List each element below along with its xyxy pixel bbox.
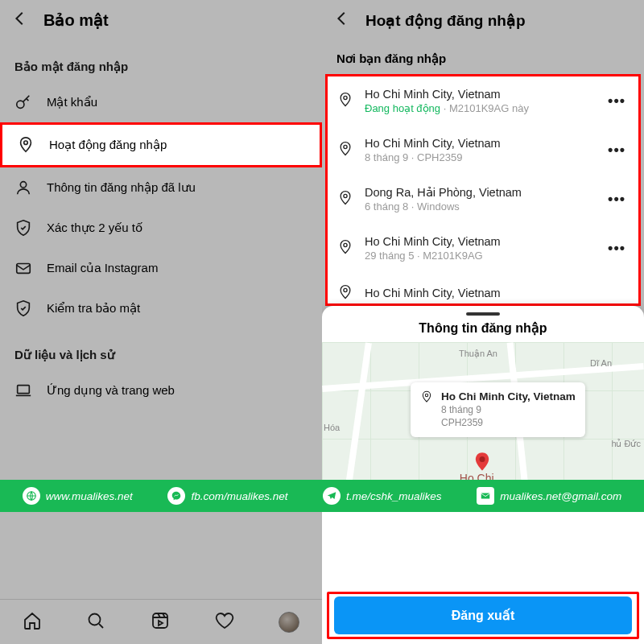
map-info-card: Ho Chi Minh City, Vietnam 8 tháng 9 CPH2… [411, 382, 585, 437]
menu-label: Mật khẩu [47, 95, 97, 109]
svg-point-12 [425, 394, 427, 396]
contact-email[interactable]: mualikes.net@gmail.com [477, 487, 621, 505]
menu-instagram-email[interactable]: Email của Instagram [0, 248, 322, 288]
bottom-nav [0, 599, 322, 644]
envelope-icon [477, 487, 494, 505]
session-meta: 6 tháng 8 · Windows [365, 200, 593, 213]
location-pin-icon [337, 239, 353, 258]
shield-check-icon [14, 219, 32, 237]
menu-password[interactable]: Mật khẩu [0, 82, 322, 122]
contact-facebook[interactable]: fb.com/mualikes.net [167, 487, 287, 505]
menu-label: Email của Instagram [47, 261, 158, 275]
back-arrow-icon[interactable] [333, 10, 351, 31]
home-icon[interactable] [23, 611, 42, 634]
mail-icon [14, 259, 32, 277]
shield-icon [14, 299, 32, 317]
sessions-list: Ho Chi Minh City, Vietnam Đang hoạt động… [325, 74, 641, 306]
map-card-date: 8 tháng 9 [441, 404, 576, 417]
section-data-history: Dữ liệu và lịch sử [0, 328, 322, 370]
contact-telegram[interactable]: t.me/cshk_mualikes [323, 487, 442, 505]
section-login-security: Bảo mật đăng nhập [0, 40, 322, 82]
svg-rect-3 [17, 264, 31, 274]
map-label: Hóa [324, 423, 340, 432]
more-options-icon[interactable]: ••• [605, 93, 629, 109]
session-row[interactable]: Ho Chi Minh City, Vietnam Đang hoạt động… [328, 76, 638, 126]
heart-icon[interactable] [215, 611, 234, 634]
svg-point-11 [344, 288, 347, 291]
svg-point-5 [89, 613, 101, 625]
svg-rect-15 [481, 493, 490, 499]
contact-label: www.mualikes.net [46, 490, 133, 502]
laptop-icon [14, 382, 32, 399]
globe-icon [23, 487, 40, 505]
person-icon [14, 179, 32, 196]
location-pin-icon [337, 141, 353, 160]
session-location: Dong Ra, Hải Phòng, Vietnam [365, 186, 593, 199]
login-activity-header: Hoạt động đăng nhập [322, 0, 644, 40]
svg-point-1 [24, 141, 28, 145]
page-title: Bảo mật [43, 10, 109, 30]
map-label: hủ Đức [611, 439, 641, 449]
session-row[interactable]: Ho Chi Minh City, Vietnam [328, 273, 638, 303]
menu-label: Kiểm tra bảo mật [47, 301, 140, 316]
svg-point-10 [344, 243, 347, 246]
menu-label: Ứng dụng và trang web [47, 383, 175, 398]
more-options-icon[interactable]: ••• [605, 142, 629, 159]
svg-point-13 [480, 456, 485, 462]
login-info-sheet: Thông tin đăng nhập Thuận An Dĩ An Hóa h… [322, 306, 644, 644]
menu-saved-login[interactable]: Thông tin đăng nhập đã lưu [0, 167, 322, 208]
contact-bar: www.mualikes.net fb.com/mualikes.net t.m… [0, 480, 644, 512]
svg-point-8 [344, 145, 347, 148]
security-header: Bảo mật [0, 0, 322, 40]
session-row[interactable]: Ho Chi Minh City, Vietnam 8 tháng 9 · CP… [328, 126, 638, 175]
svg-rect-6 [153, 613, 167, 628]
contact-label: t.me/cshk_mualikes [346, 490, 442, 502]
menu-login-activity[interactable]: Hoạt động đăng nhập [0, 122, 322, 167]
location-pin-icon [337, 284, 353, 303]
where-logged-in-label: Nơi bạn đăng nhập [322, 40, 644, 74]
contact-website[interactable]: www.mualikes.net [23, 487, 133, 505]
location-pin-icon [17, 136, 35, 154]
profile-avatar[interactable] [279, 612, 299, 633]
location-pin-icon [337, 92, 353, 111]
contact-label: fb.com/mualikes.net [191, 490, 287, 502]
location-pin-icon [420, 390, 433, 407]
session-location: Ho Chi Minh City, Vietnam [365, 88, 593, 101]
sheet-drag-handle[interactable] [466, 312, 500, 316]
menu-label: Thông tin đăng nhập đã lưu [47, 180, 196, 195]
more-options-icon[interactable]: ••• [605, 191, 629, 208]
contact-label: mualikes.net@gmail.com [500, 490, 621, 502]
session-location: Ho Chi Minh City, Vietnam [365, 287, 629, 299]
menu-two-factor[interactable]: Xác thực 2 yếu tố [0, 208, 322, 248]
map-preview[interactable]: Thuận An Dĩ An Hóa hủ Đức Ho Chi Minh Ci… [322, 342, 644, 503]
session-location: Ho Chi Minh City, Vietnam [365, 235, 593, 248]
search-icon[interactable] [86, 611, 105, 634]
back-arrow-icon[interactable] [11, 10, 29, 31]
menu-security-check[interactable]: Kiểm tra bảo mật [0, 288, 322, 328]
menu-label: Hoạt động đăng nhập [49, 138, 167, 152]
map-label: Dĩ An [590, 358, 612, 368]
session-row[interactable]: Dong Ra, Hải Phòng, Vietnam 6 tháng 8 · … [328, 175, 638, 224]
logout-button[interactable]: Đăng xuất [334, 597, 632, 634]
messenger-icon [167, 487, 185, 505]
menu-label: Xác thực 2 yếu tố [47, 221, 142, 235]
session-row[interactable]: Ho Chi Minh City, Vietnam 29 tháng 5 · M… [328, 224, 638, 273]
svg-point-2 [20, 182, 26, 188]
svg-point-7 [344, 96, 347, 99]
session-meta: Đang hoạt động · M2101K9AG này [365, 102, 593, 114]
page-title: Hoạt động đăng nhập [365, 11, 526, 30]
svg-rect-4 [18, 386, 30, 394]
location-pin-icon [337, 190, 353, 209]
session-location: Ho Chi Minh City, Vietnam [365, 137, 593, 150]
menu-apps-websites[interactable]: Ứng dụng và trang web [0, 370, 322, 411]
telegram-icon [323, 487, 341, 505]
key-icon [14, 93, 32, 111]
more-options-icon[interactable]: ••• [605, 240, 629, 257]
session-meta: 8 tháng 9 · CPH2359 [365, 151, 593, 163]
sheet-title: Thông tin đăng nhập [322, 320, 644, 342]
reels-icon[interactable] [151, 611, 170, 634]
map-card-device: CPH2359 [441, 417, 576, 430]
svg-point-9 [344, 194, 347, 197]
session-meta: 29 tháng 5 · M2101K9AG [365, 250, 593, 262]
map-label: Thuận An [459, 349, 497, 359]
